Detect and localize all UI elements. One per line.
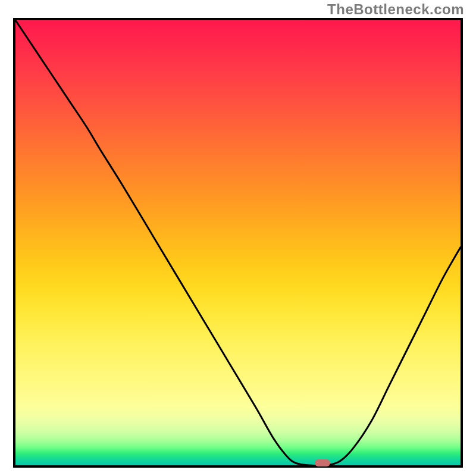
plot-frame [13,18,463,468]
chart-container: TheBottleneck.com [0,0,476,476]
gradient-background [15,20,461,465]
watermark-text: TheBottleneck.com [327,1,464,18]
